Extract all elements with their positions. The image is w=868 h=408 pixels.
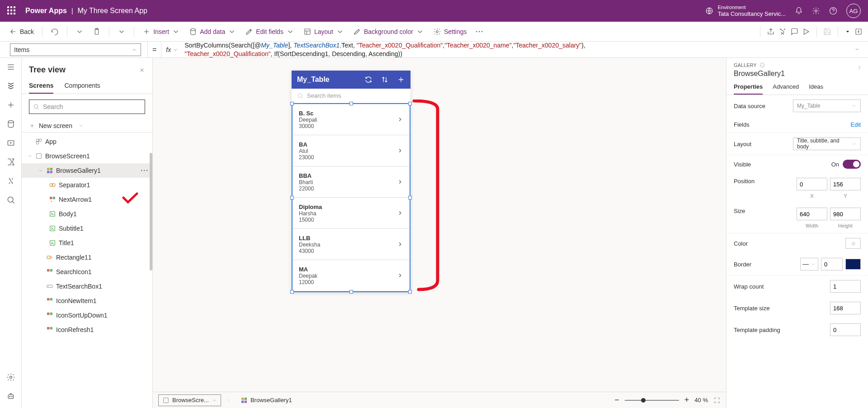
crumb-gallery[interactable]: BrowseGallery1: [236, 394, 296, 406]
more-button[interactable]: ···: [472, 24, 488, 39]
border-color-picker[interactable]: [845, 259, 861, 270]
property-dropdown[interactable]: Items: [10, 43, 141, 56]
gallery-card[interactable]: B. ScDeepali30000: [292, 104, 410, 135]
paste-chevron[interactable]: [114, 24, 129, 39]
help-icon[interactable]: [829, 7, 837, 15]
zoom-out[interactable]: −: [614, 395, 619, 405]
comment-icon[interactable]: [790, 28, 798, 36]
template-size-input[interactable]: [830, 302, 861, 314]
border-width-input[interactable]: [821, 258, 843, 270]
save-icon[interactable]: [823, 28, 831, 36]
gallery-card[interactable]: BBABharti22000: [292, 166, 410, 198]
media-icon[interactable]: [6, 138, 15, 147]
add-icon[interactable]: [6, 100, 15, 109]
chevron-right-icon[interactable]: [397, 272, 403, 279]
hamburger-icon[interactable]: [6, 62, 15, 71]
node-body[interactable]: Body1: [22, 207, 152, 221]
info-icon[interactable]: [760, 62, 765, 68]
node-iconrefresh[interactable]: IconRefresh1: [22, 323, 152, 337]
checker-icon[interactable]: [778, 28, 787, 36]
bg-color-button[interactable]: Background color: [349, 24, 428, 39]
node-rectangle[interactable]: Rectangle11: [22, 250, 152, 265]
publish-icon[interactable]: [854, 28, 863, 36]
insert-button[interactable]: Insert: [139, 24, 184, 39]
chevron-right-icon[interactable]: [397, 147, 403, 154]
formula-text[interactable]: SortByColumns(Search([@My_Table], TextSe…: [183, 41, 846, 57]
tab-components[interactable]: Components: [64, 78, 100, 94]
tree-search-input[interactable]: Search: [29, 100, 145, 114]
gallery-card[interactable]: DiplomaHarsha15000: [292, 198, 410, 229]
node-separator[interactable]: Separator1: [22, 178, 152, 192]
settings-button[interactable]: Settings: [429, 24, 471, 39]
template-padding-input[interactable]: [830, 323, 861, 336]
new-screen-button[interactable]: New screen: [22, 119, 152, 132]
tab-properties[interactable]: Properties: [734, 80, 763, 95]
user-avatar[interactable]: AG: [846, 4, 861, 18]
undo-chevron[interactable]: [72, 24, 87, 39]
node-more-icon[interactable]: ···: [141, 167, 149, 174]
data-icon[interactable]: [6, 119, 15, 128]
chevron-right-icon[interactable]: [397, 210, 403, 216]
gear-icon[interactable]: [812, 7, 820, 15]
crumb-screen[interactable]: BrowseScre...: [158, 394, 221, 406]
share-icon[interactable]: [767, 28, 775, 36]
play-icon[interactable]: [802, 28, 810, 36]
add-data-button[interactable]: Add data: [185, 24, 240, 39]
node-iconnewitem[interactable]: IconNewItem1: [22, 294, 152, 308]
plus-icon[interactable]: [397, 76, 405, 84]
border-style-dropdown[interactable]: [800, 258, 818, 270]
undo-button[interactable]: [47, 24, 62, 39]
visible-toggle[interactable]: [843, 160, 861, 169]
environment-picker[interactable]: EnvironmentTata Consultancy Servic...: [705, 5, 786, 18]
node-textsearchbox[interactable]: TextSearchBox1: [22, 279, 152, 294]
zoom-in[interactable]: +: [684, 395, 689, 405]
zoom-slider[interactable]: [625, 400, 679, 401]
variable-icon[interactable]: [6, 176, 15, 185]
paste-button[interactable]: [89, 24, 104, 39]
node-nextarrow[interactable]: +NextArrow1: [22, 192, 152, 207]
color-picker[interactable]: [845, 238, 861, 249]
wrap-input[interactable]: [830, 280, 861, 293]
tree-scrollbar[interactable]: [150, 153, 152, 270]
fit-icon[interactable]: [713, 397, 721, 404]
search-rail-icon[interactable]: [6, 195, 15, 204]
gallery-card[interactable]: LLBDeeksha43000: [292, 229, 410, 260]
edit-fields-link[interactable]: Edit: [851, 121, 861, 128]
layout-button[interactable]: Layout: [300, 24, 348, 39]
node-title[interactable]: Title1: [22, 236, 152, 250]
settings-rail-icon[interactable]: [6, 373, 15, 382]
preview-search[interactable]: Search items: [292, 89, 410, 103]
node-app[interactable]: App: [22, 134, 152, 149]
width-input[interactable]: [797, 208, 827, 220]
layout-dropdown[interactable]: Title, subtitle, and body: [793, 138, 861, 150]
node-browsescreen[interactable]: BrowseScreen1: [22, 149, 152, 163]
datasource-dropdown[interactable]: My_Table: [793, 100, 861, 112]
chevron-right-icon[interactable]: [397, 179, 403, 185]
node-searchicon[interactable]: SearchIcon1: [22, 265, 152, 279]
tab-ideas[interactable]: Ideas: [809, 80, 823, 95]
chevron-right-icon[interactable]: [397, 116, 403, 123]
close-panel-icon[interactable]: [139, 67, 145, 73]
edit-fields-button[interactable]: Edit fields: [241, 24, 298, 39]
pos-x-input[interactable]: [797, 178, 827, 190]
tab-screens[interactable]: Screens: [29, 78, 53, 94]
chevron-right-icon[interactable]: [856, 64, 863, 71]
node-browsegallery[interactable]: BrowseGallery1···: [22, 163, 152, 178]
gallery-card[interactable]: BAAtul23000: [292, 135, 410, 166]
bot-icon[interactable]: [6, 392, 15, 401]
sort-icon[interactable]: [381, 76, 389, 84]
expand-formula[interactable]: [846, 46, 868, 53]
bell-icon[interactable]: [795, 7, 803, 15]
refresh-icon[interactable]: [364, 76, 373, 84]
flow-icon[interactable]: [6, 157, 15, 166]
waffle-icon[interactable]: [7, 6, 16, 15]
back-button[interactable]: Back: [5, 24, 38, 39]
save-chevron-icon[interactable]: [844, 29, 851, 34]
gallery-card[interactable]: MADeepak12000: [292, 260, 410, 291]
node-subtitle[interactable]: Subtitle1: [22, 221, 152, 236]
node-iconsort[interactable]: IconSortUpDown1: [22, 308, 152, 323]
gallery-selection[interactable]: B. ScDeepali30000 BAAtul23000 BBABharti2…: [292, 103, 410, 292]
chevron-right-icon[interactable]: [397, 241, 403, 247]
tree-icon[interactable]: [6, 81, 15, 90]
height-input[interactable]: [830, 208, 861, 220]
